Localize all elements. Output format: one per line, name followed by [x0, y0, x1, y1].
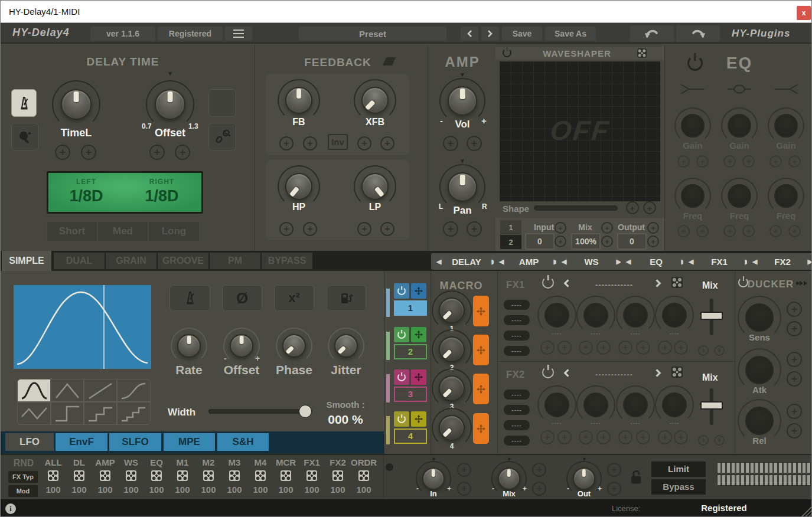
mod-plus-button[interactable]	[626, 201, 639, 214]
ducker-atk-knob[interactable]	[745, 356, 774, 384]
wave-square-button[interactable]	[50, 401, 84, 425]
mod-plus-button[interactable]	[279, 222, 294, 236]
out-knob[interactable]	[573, 467, 595, 490]
invert-button[interactable]: Inv	[328, 134, 348, 150]
unlink-button[interactable]	[208, 123, 236, 150]
mod-plus-button[interactable]	[787, 352, 802, 367]
jitter-knob[interactable]	[334, 334, 358, 358]
save-as-button[interactable]: Save As	[545, 27, 596, 41]
mod-plus-button[interactable]	[279, 136, 294, 150]
mod-plus-button[interactable]	[742, 225, 755, 237]
mod-plus-button[interactable]	[769, 155, 782, 168]
rnd-dice-button[interactable]	[203, 470, 214, 481]
lfo-waveform-display[interactable]	[14, 285, 151, 369]
mod-plus-button[interactable]	[714, 345, 725, 356]
mod-plus-button[interactable]	[788, 155, 801, 168]
source-power-button[interactable]	[394, 411, 409, 427]
macro4-knob[interactable]	[439, 415, 465, 441]
mod-plus-button[interactable]	[607, 463, 621, 477]
rnd-col-value[interactable]: 100	[66, 485, 92, 495]
mod-plus-button[interactable]	[658, 341, 672, 355]
close-button[interactable]: x	[797, 6, 811, 20]
lock-icon[interactable]	[629, 469, 643, 486]
nav-prev-icon[interactable]: ◀	[689, 258, 693, 266]
mod-plus-button[interactable]	[601, 235, 613, 247]
fx2-slot-button[interactable]: ----	[504, 420, 530, 430]
wave-stairs2-button[interactable]	[83, 401, 118, 425]
mod-plus-button[interactable]	[357, 136, 371, 150]
rnd-dice-button[interactable]	[100, 470, 110, 481]
mod-plus-button[interactable]	[674, 341, 688, 355]
mod-plus-button[interactable]	[787, 423, 802, 439]
eq-gain3-knob[interactable]	[774, 114, 798, 138]
rnd-col-value[interactable]: 100	[273, 485, 299, 495]
macro3-drag-handle[interactable]	[473, 374, 489, 404]
fx1-preset[interactable]: ------------	[579, 280, 650, 289]
waveshaper-display[interactable]: OFF	[500, 61, 660, 201]
lfo-fuel-button[interactable]	[327, 285, 366, 311]
redo-button[interactable]	[676, 25, 720, 42]
macro2-drag-handle[interactable]	[473, 335, 489, 365]
eq-power-button[interactable]	[687, 55, 703, 71]
mod-plus-button[interactable]	[677, 155, 690, 168]
ducker-routing-icon[interactable]	[795, 280, 810, 286]
lfo-offset-knob[interactable]	[230, 334, 253, 358]
range-long-button[interactable]: Long	[148, 221, 200, 241]
eraser-icon[interactable]	[381, 56, 397, 67]
mod-plus-button[interactable]	[647, 235, 659, 247]
fx1-mix-slider-handle[interactable]	[700, 312, 723, 320]
mod-plus-button[interactable]	[618, 341, 632, 355]
rnd-col-value[interactable]: 100	[221, 485, 247, 495]
mod-plus-button[interactable]	[467, 136, 482, 151]
fx2-knob3[interactable]	[623, 392, 648, 417]
mod-plus-button[interactable]	[787, 302, 802, 317]
mod-plus-button[interactable]	[769, 225, 782, 237]
range-med-button[interactable]: Med	[97, 221, 148, 241]
ws-mix-field[interactable]: 100%	[571, 233, 601, 250]
source-number[interactable]: 4	[394, 428, 427, 444]
mod-plus-button[interactable]	[674, 430, 688, 444]
rnd-fxtyp-button[interactable]: FX Typ	[8, 471, 38, 483]
resize-grip[interactable]	[801, 506, 811, 516]
mod-plus-button[interactable]	[723, 225, 736, 237]
macro1-drag-handle[interactable]	[473, 296, 489, 326]
source-number[interactable]: 3	[394, 387, 427, 402]
fx2-prev-icon[interactable]	[563, 368, 570, 378]
mod-plus-button[interactable]	[643, 201, 656, 214]
sync-button[interactable]	[11, 89, 37, 117]
mod-plus-button[interactable]	[696, 155, 709, 168]
fx1-slot-button[interactable]: ----	[504, 315, 530, 325]
eq-gain1-knob[interactable]	[681, 114, 705, 138]
nav-prev-icon[interactable]: ◀	[499, 258, 504, 266]
rnd-mod-button[interactable]: Mod	[8, 485, 38, 497]
rnd-dice-button[interactable]	[281, 470, 291, 481]
mode-tab-dual[interactable]: DUAL	[54, 253, 105, 269]
master-mix-knob[interactable]	[498, 467, 520, 490]
macro1-knob[interactable]	[439, 297, 465, 323]
nav-next-icon[interactable]: ▶	[808, 258, 812, 266]
mod-plus-button[interactable]	[175, 145, 190, 160]
width-slider-track[interactable]	[208, 409, 312, 414]
mod-plus-button[interactable]	[698, 435, 709, 446]
rnd-dice-button[interactable]	[74, 470, 84, 481]
fx2-slot-button[interactable]: ----	[504, 436, 530, 446]
mod-plus-button[interactable]	[714, 435, 725, 446]
wave-scurve-button[interactable]	[116, 379, 151, 403]
mod-plus-button[interactable]	[723, 155, 736, 168]
eq-gain2-knob[interactable]	[728, 114, 751, 138]
mod-plus-button[interactable]	[532, 463, 546, 477]
mod-plus-button[interactable]	[149, 145, 165, 160]
nav-amp[interactable]: ◀AMP▶	[494, 253, 564, 270]
eq-freq3-knob[interactable]	[774, 184, 798, 208]
time-left-knob[interactable]	[61, 89, 92, 120]
rnd-dice-button[interactable]	[177, 470, 188, 481]
mod-plus-button[interactable]	[636, 341, 650, 355]
mod-plus-button[interactable]	[540, 341, 555, 355]
wave-sine-button[interactable]	[17, 379, 51, 403]
nav-prev-icon[interactable]: ◀	[626, 258, 631, 266]
mod-plus-button[interactable]	[787, 404, 802, 419]
mod-plus-button[interactable]	[647, 222, 659, 234]
preset-next-button[interactable]	[481, 27, 499, 41]
lfo-square-button[interactable]: x²	[274, 285, 314, 311]
info-icon[interactable]: i	[5, 503, 16, 514]
